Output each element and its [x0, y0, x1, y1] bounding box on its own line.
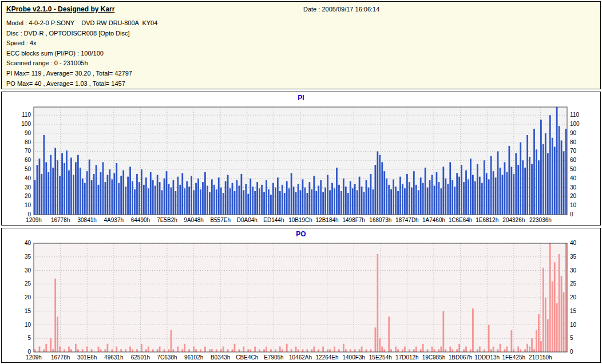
svg-text:12264Eh: 12264Eh [316, 354, 339, 361]
svg-text:10: 10 [570, 322, 577, 328]
svg-text:50: 50 [25, 166, 31, 172]
svg-text:10462Ah: 10462Ah [289, 354, 312, 361]
header-panel: KProbe v2.1.0 - Designed by Karr Date : … [1, 1, 601, 89]
svg-text:21D150h: 21D150h [529, 354, 552, 361]
scan-info: Model : 4-0-2-0 P:SONY DVD RW DRU-800A K… [6, 18, 157, 89]
svg-text:35: 35 [570, 254, 577, 260]
svg-text:12B184h: 12B184h [316, 217, 339, 223]
svg-text:7C638h: 7C638h [157, 354, 177, 361]
svg-text:1BD067h: 1BD067h [449, 354, 473, 361]
svg-text:10: 10 [570, 202, 577, 208]
svg-text:30841h: 30841h [78, 217, 97, 223]
svg-text:49631h: 49631h [104, 354, 123, 361]
svg-text:64490h: 64490h [131, 217, 150, 223]
svg-text:16778h: 16778h [51, 354, 70, 361]
svg-text:1400F3h: 1400F3h [342, 354, 365, 361]
svg-text:5: 5 [27, 335, 31, 341]
svg-text:25: 25 [570, 280, 577, 287]
svg-text:80: 80 [25, 139, 31, 145]
svg-text:20: 20 [25, 193, 31, 199]
svg-text:1209h: 1209h [26, 354, 42, 361]
svg-text:30: 30 [25, 184, 31, 191]
svg-text:0: 0 [570, 211, 573, 217]
svg-text:301E6h: 301E6h [77, 354, 97, 361]
svg-text:16778h: 16778h [51, 217, 70, 223]
svg-text:25: 25 [25, 280, 31, 287]
svg-text:7E5B2h: 7E5B2h [157, 217, 177, 223]
svg-text:5: 5 [570, 335, 573, 341]
svg-text:40: 40 [570, 240, 577, 246]
po-chart: 005510101515202025253030353540401209h167… [2, 240, 600, 362]
svg-text:110: 110 [22, 112, 31, 118]
svg-text:E7905h: E7905h [264, 354, 283, 361]
svg-text:10: 10 [25, 322, 31, 328]
svg-text:0: 0 [570, 349, 573, 355]
pi-chart-panel: PI 0010102020303040405050606070708080909… [1, 92, 601, 225]
svg-text:19C985h: 19C985h [422, 354, 446, 361]
svg-text:B557Eh: B557Eh [210, 217, 231, 223]
svg-text:1498F7h: 1498F7h [342, 217, 365, 223]
svg-text:30: 30 [570, 184, 577, 191]
info-line: ECC blocks sum (PI/PO) : 100/100 [6, 49, 157, 59]
svg-text:223036h: 223036h [529, 217, 552, 223]
svg-text:CBE4Ch: CBE4Ch [236, 354, 258, 361]
pi-chart-title: PI [2, 92, 600, 104]
svg-text:96102h: 96102h [184, 354, 203, 361]
svg-text:15E254h: 15E254h [369, 354, 392, 361]
svg-text:40: 40 [570, 175, 577, 181]
svg-text:1FE425h: 1FE425h [502, 354, 526, 361]
svg-text:20: 20 [570, 193, 577, 199]
svg-text:40: 40 [25, 175, 31, 181]
info-line: PI Max= 119 , Average= 30.20 , Total= 42… [6, 69, 157, 79]
svg-text:70: 70 [25, 148, 31, 154]
svg-text:10B19Ch: 10B19Ch [288, 217, 312, 223]
svg-text:1209h: 1209h [26, 217, 42, 223]
svg-text:90: 90 [25, 130, 31, 136]
svg-text:100: 100 [570, 121, 580, 127]
svg-text:30: 30 [570, 267, 577, 274]
svg-text:15: 15 [25, 308, 31, 314]
svg-text:20: 20 [570, 294, 577, 300]
info-line: Disc : DVD-R , OPTODISCR008 [Opto Disc] [6, 29, 157, 39]
svg-text:4A937h: 4A937h [104, 217, 124, 223]
svg-text:70: 70 [570, 148, 577, 154]
info-line: PO Max= 40 , Average= 1.03 , Total= 1457 [6, 79, 157, 89]
svg-text:90: 90 [570, 130, 577, 136]
svg-text:9A048h: 9A048h [184, 217, 203, 223]
scan-date: Date : 2005/09/17 16:06:14 [303, 6, 379, 13]
info-line: Speed : 4x [6, 38, 157, 49]
pi-chart: 0010102020303040405050606070708080909010… [2, 104, 600, 225]
svg-text:204326h: 204326h [502, 217, 525, 223]
svg-text:1DDD13h: 1DDD13h [474, 354, 500, 361]
po-chart-panel: PO 005510101515202025253030353540401209h… [1, 228, 601, 363]
svg-text:B0343h: B0343h [211, 354, 230, 361]
svg-text:100: 100 [21, 121, 31, 127]
svg-text:1A7460h: 1A7460h [422, 217, 445, 223]
svg-text:15: 15 [570, 308, 577, 314]
svg-text:ED144h: ED144h [263, 217, 284, 223]
info-line: Model : 4-0-2-0 P:SONY DVD RW DRU-800A K… [6, 18, 157, 29]
svg-text:D0A04h: D0A04h [237, 217, 258, 223]
svg-text:30: 30 [25, 267, 31, 274]
svg-text:50: 50 [570, 166, 577, 172]
svg-text:35: 35 [25, 254, 31, 260]
svg-text:80: 80 [570, 139, 577, 145]
app-title: KProbe v2.1.0 - Designed by Karr [6, 5, 114, 13]
svg-text:1C6E64h: 1C6E64h [449, 217, 473, 223]
svg-text:62501h: 62501h [131, 354, 150, 361]
svg-text:60: 60 [25, 157, 31, 163]
svg-text:110: 110 [570, 112, 579, 118]
svg-text:17D012h: 17D012h [395, 354, 419, 361]
svg-text:168073h: 168073h [369, 217, 391, 223]
svg-text:10: 10 [25, 202, 31, 208]
svg-text:20: 20 [25, 294, 31, 300]
svg-text:18747Dh: 18747Dh [395, 217, 419, 223]
po-chart-title: PO [2, 228, 600, 240]
svg-text:1E6812h: 1E6812h [476, 217, 498, 223]
svg-text:60: 60 [570, 157, 577, 163]
info-line: Scanned range : 0 - 231005h [6, 58, 157, 69]
svg-text:40: 40 [25, 240, 31, 246]
